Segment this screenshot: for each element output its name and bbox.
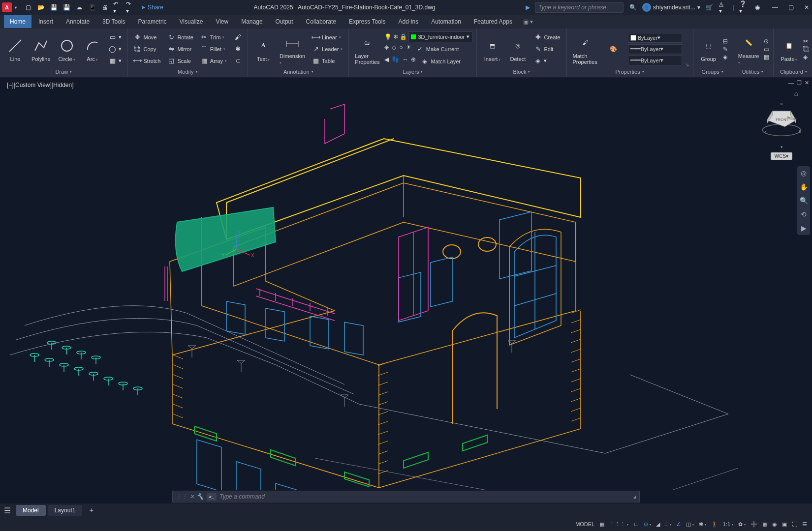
ungroup-icon[interactable]: ⊟ [723,38,728,45]
status-anno-icon[interactable]: ✱ [699,521,706,528]
array-button[interactable]: ▦Array [198,56,229,66]
home-icon[interactable]: ⌂ [794,89,798,97]
drawing-area[interactable]: [−][Custom View][Hidden] — ❐ ✕ [0,78,812,490]
status-scale[interactable]: 1:1 [723,521,733,527]
panel-draw-title[interactable]: Draw [4,67,124,76]
wcs-tag[interactable]: WCS ▾ [771,152,792,160]
ellipse-button[interactable]: ◯▾ [107,44,124,55]
insert-button[interactable]: ⬒Insert [481,35,503,63]
copy-base-icon[interactable]: ◈ [803,54,809,60]
status-workspace-icon[interactable]: ◉ [772,521,777,528]
tab-3d-tools[interactable]: 3D Tools [96,15,131,28]
copy-clip-icon[interactable]: ⿻ [803,46,809,53]
layer-combo[interactable]: 3D_furniture-indoor ▾ [408,31,472,42]
group-edit-icon[interactable]: ✎ [723,46,728,53]
cmd-close-icon[interactable]: ✕ [189,493,194,500]
new-icon[interactable]: ▢ [24,3,32,12]
lineweight-bylayer[interactable]: ━━━ ByLayer ▾ [628,56,682,65]
paste-button[interactable]: 📋Paste [778,35,800,63]
tab-parametric[interactable]: Parametric [132,15,173,28]
layer-uniso-icon[interactable]: ◇ [392,44,396,55]
undo-icon[interactable]: ↶ ▾ [113,3,122,12]
tab-automation[interactable]: Automation [425,15,467,28]
layer-lock-icon[interactable]: 🔒 [400,33,407,40]
plot-icon[interactable]: 🖨 [100,3,109,12]
tab-layout1[interactable]: Layout1 [48,505,83,516]
autodesk-icon[interactable]: ◬ ▾ [719,3,728,12]
status-customize-icon[interactable]: ☰ [802,521,807,528]
match-properties-button[interactable]: 🖌Match Properties [571,32,599,66]
cart-icon[interactable]: 🛒 [705,3,714,12]
pan-icon[interactable]: ✋ [800,183,808,191]
selectall-icon[interactable]: ▭ [764,46,769,53]
maximize-button[interactable]: ▢ [787,4,794,11]
close-button[interactable]: ✕ [803,4,810,11]
linetype-bylayer[interactable]: ━━━ ByLayer ▾ [628,44,682,54]
fillet-button[interactable]: ⌒Fillet [198,44,229,55]
quickselect-icon[interactable]: ⊙ [764,38,769,45]
layer-thaw-icon[interactable]: ☀ [406,44,411,55]
panel-utilities-title[interactable]: Utilities [736,67,770,76]
detect-button[interactable]: ◎Detect [506,35,529,63]
panel-modify-title[interactable]: Modify [132,67,244,76]
status-grid-icon[interactable]: ▦ [599,521,604,528]
tab-view[interactable]: View [210,15,234,28]
layer-on-icon[interactable]: 💡 [384,33,392,40]
save-web-icon[interactable]: ☁ [75,3,84,12]
search-input[interactable]: Type a keyword or phrase [535,2,624,13]
status-snap-icon[interactable]: ⋮⋮⋮ [609,521,628,528]
cmd-options-icon[interactable]: 🔧 [196,493,204,500]
color-button[interactable]: 🎨 [602,39,625,59]
app-menu-button[interactable]: A [2,2,12,12]
hatch-button[interactable]: ▦▾ [107,56,124,66]
rotate-button[interactable]: ↻Rotate [165,32,195,43]
cut-icon[interactable]: ✂ [803,38,809,45]
status-isodraft-icon[interactable]: ◢ [656,521,660,528]
open-web-icon[interactable]: 📱 [88,3,96,12]
notification-icon[interactable]: ◉ [753,3,762,12]
line-button[interactable]: Line [4,35,27,63]
panel-properties-title[interactable]: Properties [571,67,689,76]
mirror-button[interactable]: ⇋Mirror [165,44,195,55]
group-button[interactable]: ⬚Group [697,35,720,63]
leader-button[interactable]: ↗Leader [310,44,344,55]
stretch-button[interactable]: ⟷Stretch [132,56,163,66]
tab-output[interactable]: Output [270,15,299,28]
erase-button[interactable]: 🖌 [232,32,244,43]
layer-change-icon[interactable]: ↔ [402,56,408,67]
table-button[interactable]: ▦Table [310,56,344,66]
match-layer-button[interactable]: ◈Match Layer [419,56,463,67]
tab-model[interactable]: Model [16,505,46,516]
tab-visualize[interactable]: Visualize [174,15,209,28]
tab-collaborate[interactable]: Collaborate [300,15,342,28]
tab-manage[interactable]: Manage [235,15,268,28]
layer-freeze-icon[interactable]: ❄ [393,33,398,40]
rect-button[interactable]: ▭▾ [107,32,124,43]
status-gear-icon[interactable]: ✿ [738,521,746,528]
status-walk-icon[interactable]: 🚶 [711,521,718,528]
status-model[interactable]: MODEL [575,521,594,527]
copy-button[interactable]: ⿻Copy [132,44,163,55]
viewcube[interactable]: ⌂ N S E FRONT RIGHT ▾ WCS ▾ [761,89,802,160]
cmd-history-icon[interactable]: ▴ [633,493,636,500]
search-icon[interactable]: 🔍 [628,3,637,12]
layer-walk-icon[interactable]: 👣 [392,56,399,67]
ribbon-expand-button[interactable]: ▣ ▾ [523,18,533,25]
explode-button[interactable]: ✱ [232,44,244,55]
trim-button[interactable]: ✂Trim [198,32,229,43]
add-layout-button[interactable]: ＋ [84,504,99,517]
status-hardware-icon[interactable]: ▣ [782,521,787,528]
panel-groups-title[interactable]: Groups [697,67,728,76]
steering-wheel-icon[interactable]: ◎ [801,169,807,177]
block-create-button[interactable]: ✚Create [532,32,562,43]
circle-button[interactable]: Circle [56,35,78,63]
status-osnap-icon[interactable]: □ [665,521,671,527]
status-cleanscreen-icon[interactable]: ⛶ [792,521,797,527]
voice-icon[interactable]: ▶ [526,4,530,11]
tab-add-ins[interactable]: Add-ins [392,15,424,28]
tab-express-tools[interactable]: Express Tools [343,15,391,28]
layer-properties-button[interactable]: 🗂Layer Properties [353,32,381,66]
polyline-button[interactable]: Polyline [30,35,53,63]
layout-menu-icon[interactable]: ☰ [4,506,11,515]
layer-iso-icon[interactable]: ◈ [384,44,389,55]
